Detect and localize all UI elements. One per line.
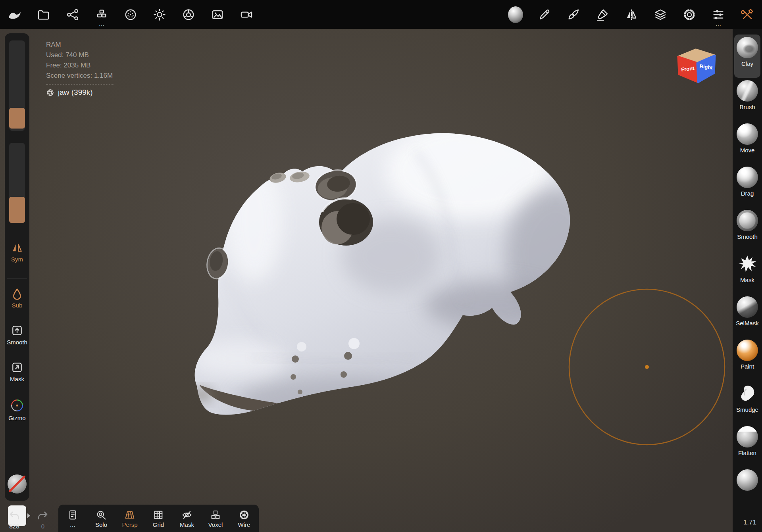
gizmo-icon — [10, 398, 24, 413]
lighting-sun-icon[interactable] — [152, 7, 167, 22]
matcap-sphere-icon[interactable] — [123, 7, 138, 22]
toggle-label: Grid — [153, 522, 164, 528]
mask-splat-icon — [737, 253, 758, 275]
pencil-icon[interactable] — [537, 7, 552, 22]
paint-tool-icon — [737, 340, 758, 361]
tool-partial[interactable] — [734, 467, 760, 495]
mask-label: Mask — [10, 376, 24, 382]
toggle-label: Wire — [238, 522, 250, 528]
camera-video-icon[interactable] — [239, 7, 254, 22]
toggle-label: Voxel — [208, 522, 223, 528]
toggle-wireframe[interactable]: Wire — [230, 505, 258, 532]
scene-stats: RAM Used: 740 MB Free: 2035 MB Scene ver… — [46, 40, 114, 98]
mesh-sphere-icon — [46, 88, 54, 97]
tool-flatten[interactable]: Flatten — [734, 424, 760, 467]
tool-label: Smudge — [736, 406, 758, 413]
tool-label: Clay — [741, 60, 753, 67]
smooth-label: Smooth — [7, 339, 27, 346]
app-logo-icon[interactable] — [7, 7, 22, 22]
interface-sliders-icon[interactable]: … — [711, 7, 726, 22]
intensity-slider-handle[interactable] — [9, 197, 25, 223]
tool-label: Flatten — [738, 449, 756, 456]
intensity-slider-track[interactable] — [9, 143, 25, 223]
skull-model — [0, 29, 733, 532]
share-nodes-icon[interactable] — [65, 7, 80, 22]
object-name: jaw (399k) — [58, 87, 93, 98]
tool-move[interactable]: Move — [734, 121, 760, 164]
tool-label: Drag — [741, 190, 754, 197]
tool-smooth[interactable]: Smooth — [734, 207, 760, 251]
gizmo-label: Gizmo — [8, 415, 25, 421]
move-tool-icon — [737, 123, 758, 145]
clay-tool-icon — [737, 37, 758, 58]
gizmo-toggle[interactable]: Gizmo — [5, 398, 29, 421]
stats-title: RAM — [46, 40, 114, 50]
material-bricks-icon[interactable]: … — [94, 7, 109, 22]
smooth-shortcut[interactable]: Smooth — [5, 324, 29, 346]
toggle-grid[interactable]: Grid — [144, 505, 173, 532]
no-material-swatch[interactable] — [5, 474, 29, 494]
topbar-right-group: … — [508, 7, 762, 22]
radius-slider-track[interactable] — [9, 40, 25, 131]
tool-label: SelMask — [736, 320, 759, 326]
undo-button[interactable]: 828 — [3, 510, 25, 530]
zoom-level-indicator: 1.71 — [743, 519, 756, 526]
tool-drag[interactable]: Drag — [734, 164, 760, 207]
background-image-icon[interactable] — [210, 7, 225, 22]
tool-mask[interactable]: Mask — [734, 251, 760, 294]
sub-mode-toggle[interactable]: Sub — [5, 287, 29, 309]
redo-count: 0 — [41, 523, 44, 530]
toggle-voxel[interactable]: Voxel — [201, 505, 230, 532]
sliders-more-dots: … — [711, 22, 726, 26]
tool-clay[interactable]: Clay — [734, 35, 760, 78]
settings-gear-icon[interactable] — [682, 7, 697, 22]
top-toolbar: … — [0, 0, 762, 29]
radius-slider-handle[interactable] — [9, 108, 25, 129]
nomad-sculpt-app: { "topbar": { "left_icons": ["app-logo",… — [0, 0, 762, 532]
smudge-tool-icon — [737, 383, 758, 404]
paintbrush-icon[interactable] — [566, 7, 581, 22]
history-more-label: … — [70, 522, 76, 528]
object-row[interactable]: jaw (399k) — [46, 87, 114, 98]
tool-paint[interactable]: Paint — [734, 337, 760, 380]
selmask-tool-icon — [737, 296, 758, 318]
next-tool-icon — [737, 469, 758, 491]
redo-icon — [37, 510, 49, 522]
toggle-solo[interactable]: Solo — [87, 505, 115, 532]
tools-wrench-icon[interactable] — [740, 7, 755, 22]
redo-button[interactable]: 0 — [32, 510, 54, 530]
smooth-tool-icon — [737, 210, 758, 231]
tool-smudge[interactable]: Smudge — [734, 380, 760, 424]
tool-sidebar: Clay Brush Move Drag Smooth Mask SelMask… — [733, 29, 762, 532]
tool-label: Move — [740, 147, 755, 154]
stats-free: Free: 2035 MB — [46, 60, 114, 71]
orientation-nav-cube[interactable]: Front Right — [675, 46, 719, 85]
left-quick-panel: Sym Sub Smooth Mask Gizmo — [5, 33, 29, 501]
symmetry-toggle[interactable]: Sym — [5, 241, 29, 263]
tool-brush[interactable]: Brush — [734, 78, 760, 121]
stats-vertices: Scene vertices: 1.16M — [46, 71, 114, 81]
stylus-pressure-icon[interactable] — [595, 7, 610, 22]
box-arrow-diagonal-icon — [11, 361, 23, 374]
material-preview-ball — [508, 6, 523, 23]
material-sphere-icon[interactable] — [508, 7, 523, 22]
history-list-button[interactable]: … — [58, 505, 87, 532]
undo-count: 828 — [9, 523, 19, 530]
postprocess-aperture-icon[interactable] — [181, 7, 196, 22]
folder-icon[interactable] — [36, 7, 51, 22]
bottom-toolbar: 828 0 … Solo Persp — [0, 498, 357, 532]
stats-divider — [46, 84, 114, 85]
stats-used: Used: 740 MB — [46, 50, 114, 60]
toggle-persp[interactable]: Persp — [115, 505, 144, 532]
sculpt-viewport-canvas[interactable]: RAM Used: 740 MB Free: 2035 MB Scene ver… — [0, 29, 733, 532]
tool-selmask[interactable]: SelMask — [734, 294, 760, 337]
symmetry-mirror-icon[interactable] — [624, 7, 639, 22]
display-toggles-panel: … Solo Persp Grid Mask — [58, 505, 259, 532]
toggle-mask-visibility[interactable]: Mask — [173, 505, 201, 532]
symmetry-label: Sym — [11, 256, 23, 263]
tool-label: Smooth — [737, 233, 758, 240]
symmetry-icon — [11, 241, 23, 254]
mask-shortcut[interactable]: Mask — [5, 361, 29, 382]
layers-icon[interactable] — [653, 7, 668, 22]
brush-cursor-ring — [569, 289, 725, 445]
